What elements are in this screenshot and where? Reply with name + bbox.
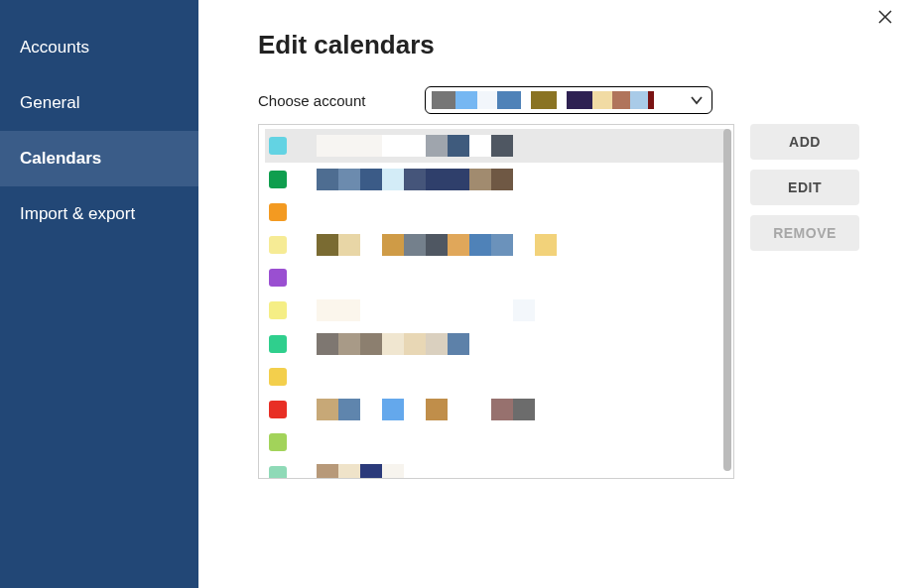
calendar-color-chip <box>269 203 287 221</box>
calendar-name-pixels <box>317 234 557 256</box>
calendar-color-chip <box>269 301 287 319</box>
account-swatch <box>612 91 630 109</box>
calendar-color-chip <box>269 401 287 418</box>
sidebar-item-import-export[interactable]: Import & export <box>0 186 198 242</box>
sidebar-item-general[interactable]: General <box>0 75 198 131</box>
calendar-color-chip <box>269 269 287 287</box>
calendar-listbox[interactable] <box>258 124 734 479</box>
calendar-row[interactable] <box>265 327 727 361</box>
sidebar-item-calendars[interactable]: Calendars <box>0 131 198 186</box>
account-select[interactable] <box>425 86 712 114</box>
account-swatch <box>648 91 654 109</box>
calendar-row[interactable] <box>265 163 727 196</box>
calendar-row[interactable] <box>265 393 727 426</box>
remove-button: REMOVE <box>750 215 859 251</box>
calendar-row[interactable] <box>265 228 727 262</box>
account-swatch <box>521 91 531 109</box>
calendar-color-chip <box>269 236 287 254</box>
content-row: ADD EDIT REMOVE <box>258 124 875 479</box>
account-swatch <box>567 91 592 109</box>
calendar-name-pixels <box>317 399 535 420</box>
calendar-row[interactable] <box>265 294 727 327</box>
calendar-row[interactable] <box>265 426 727 458</box>
calendar-row[interactable] <box>265 129 727 163</box>
close-icon[interactable] <box>877 8 893 28</box>
calendar-color-chip <box>269 137 287 155</box>
calendar-color-chip <box>269 466 287 478</box>
calendar-name-pixels <box>317 169 513 190</box>
chevron-down-icon <box>688 91 706 109</box>
sidebar: Accounts General Calendars Import & expo… <box>0 0 198 588</box>
account-row: Choose account <box>258 86 875 114</box>
account-label: Choose account <box>258 92 365 109</box>
calendar-name-pixels <box>317 299 535 321</box>
add-button[interactable]: ADD <box>750 124 859 160</box>
account-swatch <box>477 91 497 109</box>
scrollbar-thumb[interactable] <box>723 129 731 471</box>
calendar-row[interactable] <box>265 458 727 478</box>
account-swatch <box>455 91 477 109</box>
account-swatches <box>432 91 654 109</box>
calendar-color-chip <box>269 335 287 353</box>
calendar-name-pixels <box>317 135 513 157</box>
side-buttons: ADD EDIT REMOVE <box>750 124 859 251</box>
calendar-name-pixels <box>317 464 404 478</box>
account-swatch <box>630 91 648 109</box>
page-title: Edit calendars <box>258 30 875 60</box>
calendar-color-chip <box>269 171 287 188</box>
sidebar-item-accounts[interactable]: Accounts <box>0 20 198 75</box>
account-swatch <box>592 91 612 109</box>
calendar-color-chip <box>269 368 287 386</box>
calendar-color-chip <box>269 433 287 451</box>
calendar-row[interactable] <box>265 262 727 294</box>
account-swatch <box>557 91 567 109</box>
account-swatch <box>432 91 455 109</box>
calendar-name-pixels <box>317 333 491 355</box>
account-swatch <box>497 91 521 109</box>
edit-button[interactable]: EDIT <box>750 170 859 205</box>
calendar-row[interactable] <box>265 361 727 393</box>
calendar-row[interactable] <box>265 196 727 228</box>
main-panel: Edit calendars Choose account ADD EDIT R… <box>198 0 905 588</box>
account-swatch <box>531 91 557 109</box>
